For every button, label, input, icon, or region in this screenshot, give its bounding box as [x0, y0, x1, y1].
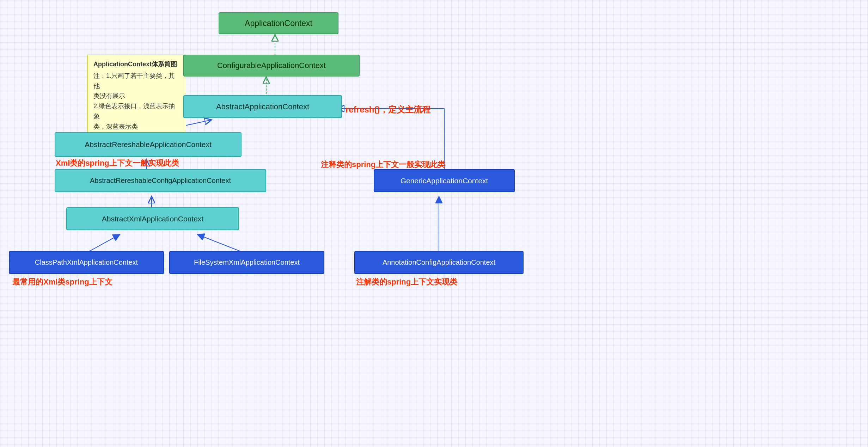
note-line2: 类没有展示: [93, 91, 180, 101]
node-FileSystemXmlApplicationContext: FileSystemXmlApplicationContext: [169, 251, 324, 274]
node-AbstractApplicationContext: AbstractApplicationContext: [183, 95, 342, 118]
node-AnnotationConfigApplicationContext: AnnotationConfigApplicationContext: [354, 251, 524, 274]
annotation-refresh: refresh()，定义主流程: [346, 104, 430, 115]
note-line3: 2.绿色表示接口，浅蓝表示抽象: [93, 101, 180, 122]
annotation-xml-spring: Xml类的spring上下文一般实现此类: [56, 158, 179, 169]
note-box: ApplicationContext体系简图 注：1.只画了若干主要类，其他 类…: [87, 55, 186, 136]
node-ApplicationContext: ApplicationContext: [219, 12, 338, 34]
node-ConfigurableApplicationContext: ConfigurableApplicationContext: [183, 55, 360, 76]
note-line4: 类，深蓝表示类: [93, 122, 180, 132]
note-line1: 注：1.只画了若干主要类，其他: [93, 71, 180, 91]
annotation-annotation-impl: 注解类的spring上下文实现类: [356, 277, 457, 287]
annotation-most-used-xml: 最常用的Xml类spring上下文: [12, 277, 112, 287]
note-title: ApplicationContext体系简图: [93, 59, 180, 69]
node-ClassPathXmlApplicationContext: ClassPathXmlApplicationContext: [9, 251, 164, 274]
annotation-annotation-spring: 注释类的spring上下文一般实现此类: [321, 159, 445, 170]
diagram-canvas: ApplicationContext体系简图 注：1.只画了若干主要类，其他 类…: [0, 0, 868, 447]
node-AbstractRereshableApplicationContext: AbstractRereshableApplicationContext: [55, 132, 242, 157]
node-GenericApplicationContext: GenericApplicationContext: [374, 169, 515, 192]
node-AbstractXmlApplicationContext: AbstractXmlApplicationContext: [66, 207, 239, 230]
node-AbstractRereshableConfigApplicationContext: AbstractRereshableConfigApplicationConte…: [55, 169, 266, 192]
